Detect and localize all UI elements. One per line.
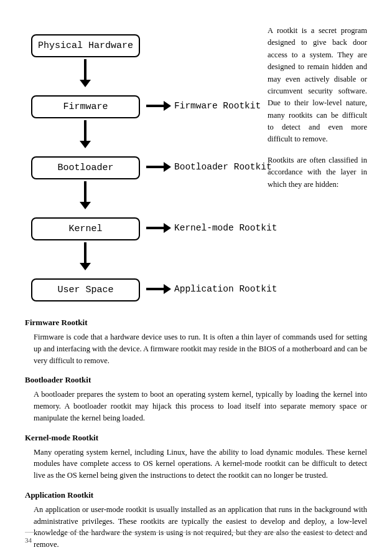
arrow-right-2	[146, 227, 165, 229]
section-heading-0: Firmware Rootkit	[25, 318, 367, 328]
arrow-down-0	[84, 59, 86, 81]
section-heading-3: Application Rootkit	[25, 490, 367, 500]
section-body-1: A bootloader prepares the system to boot…	[34, 389, 367, 424]
stack-box-0: Physical Hardware	[31, 34, 140, 57]
arrow-right-0	[146, 105, 165, 107]
arrow-down-3	[84, 242, 86, 264]
rootkit-label-0: Firmware Rootkit	[174, 101, 261, 111]
rootkit-label-2: Kernel-mode Rootkit	[174, 223, 277, 233]
intro-text: A rootkit is a secret program designed t…	[268, 25, 367, 299]
arrow-right-3	[146, 288, 165, 290]
rootkit-label-1: Bootloader Rootkit	[174, 162, 272, 172]
stack-box-3: Kernel	[31, 217, 140, 240]
arrow-right-1	[146, 166, 165, 168]
section-heading-2: Kernel-mode Rootkit	[25, 433, 367, 443]
intro-paragraph-1: A rootkit is a secret program designed t…	[268, 25, 367, 146]
sections: Firmware RootkitFirmware is code that a …	[25, 318, 367, 551]
intro-paragraph-2: Rootkits are often classified in accorda…	[268, 154, 367, 191]
top-section: Physical HardwareFirmwareBootloaderKerne…	[25, 25, 367, 299]
stack-diagram: Physical HardwareFirmwareBootloaderKerne…	[25, 25, 255, 299]
rootkit-label-3: Application Rootkit	[174, 284, 277, 294]
page-number: 34	[25, 536, 32, 544]
stack-box-1: Firmware	[31, 95, 140, 118]
page-footer: 34	[25, 532, 367, 544]
arrow-down-1	[84, 120, 86, 142]
stack-box-4: User Space	[31, 278, 140, 301]
arrow-down-2	[84, 181, 86, 203]
section-heading-1: Bootloader Rootkit	[25, 375, 367, 385]
stack-box-2: Bootloader	[31, 156, 140, 179]
section-body-0: Firmware is code that a hardware device …	[34, 331, 367, 366]
section-body-2: Many operating system kernel, including …	[34, 447, 367, 481]
